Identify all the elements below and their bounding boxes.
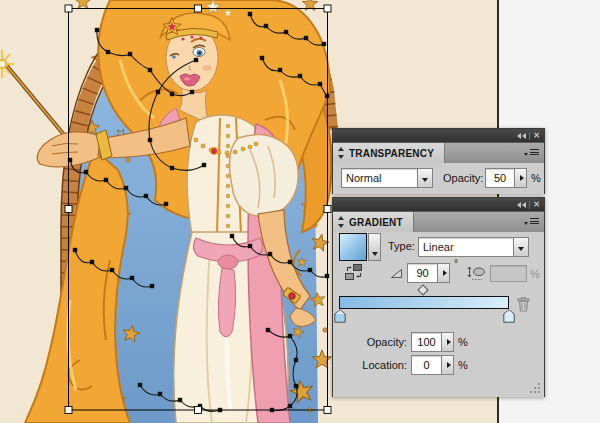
transparency-panel-content: Normal Opacity: %	[333, 163, 544, 194]
aspect-ratio-input	[490, 265, 527, 282]
stop-location-input[interactable]	[411, 355, 442, 375]
transparency-tabstrip: TRANSPARENCY	[333, 142, 544, 163]
panel-resize-grip[interactable]	[530, 383, 540, 393]
gradient-slider-bar[interactable]	[339, 296, 509, 309]
gradient-midpoint-marker[interactable]	[417, 284, 428, 295]
tab-gradient[interactable]: GRADIENT	[333, 212, 414, 232]
gradient-panel-titlebar[interactable]: ✕	[333, 198, 544, 211]
gradient-fill-swatch[interactable]	[339, 233, 367, 261]
selection-handle	[65, 407, 72, 414]
collapse-panels-icon[interactable]	[517, 133, 526, 139]
gradient-stop-left[interactable]	[334, 309, 346, 323]
transparency-panel-titlebar[interactable]: ✕	[333, 129, 544, 142]
blend-mode-value: Normal	[341, 168, 417, 188]
stop-location-spinner[interactable]	[442, 355, 454, 375]
selection-handle	[324, 206, 331, 213]
stop-location-unit: %	[458, 359, 468, 371]
aspect-ratio-icon	[467, 266, 487, 281]
stop-opacity-spinner[interactable]	[442, 332, 454, 352]
panel-minimize-icon[interactable]	[338, 217, 345, 227]
angle-icon	[390, 268, 403, 279]
delete-stop-trash-icon[interactable]	[516, 296, 531, 312]
type-label: Type:	[388, 240, 415, 252]
gradient-angle-input[interactable]	[407, 263, 438, 283]
opacity-spinner[interactable]	[515, 168, 527, 188]
workspace: ✕ TRANSPARENCY Normal Opacity: % ✕	[0, 0, 600, 423]
dropdown-arrow-icon[interactable]	[417, 168, 433, 188]
titlebar-separator	[529, 132, 530, 140]
gradient-swatch-dropdown-icon[interactable]	[368, 233, 381, 261]
gradient-stop-right[interactable]	[503, 309, 515, 323]
titlebar-separator	[529, 201, 530, 209]
selection-handle	[65, 5, 72, 12]
blend-mode-dropdown[interactable]: Normal	[341, 168, 433, 188]
tab-transparency[interactable]: TRANSPARENCY	[333, 143, 445, 163]
dropdown-arrow-icon[interactable]	[513, 237, 529, 257]
gradient-type-value: Linear	[418, 237, 513, 257]
selection-handle	[195, 5, 202, 12]
panel-flyout-menu-icon[interactable]	[524, 149, 539, 157]
close-panel-icon[interactable]: ✕	[533, 130, 540, 141]
gradient-panel-content: Type: Linear °	[333, 232, 544, 397]
gradient-panel-title: GRADIENT	[349, 217, 403, 228]
reverse-gradient-icon[interactable]	[345, 264, 363, 280]
aspect-ratio-unit: %	[530, 268, 540, 280]
transparency-panel: ✕ TRANSPARENCY Normal Opacity: %	[332, 128, 545, 194]
close-panel-icon[interactable]: ✕	[533, 199, 540, 210]
stop-opacity-label: Opacity:	[333, 336, 407, 348]
gradient-angle-spinner[interactable]	[438, 263, 450, 283]
stop-opacity-unit: %	[458, 336, 468, 348]
stop-location-label: Location:	[333, 359, 407, 371]
selection-handle	[65, 206, 72, 213]
selection-handle	[324, 407, 331, 414]
gradient-panel: ✕ GRADIENT Type: Linear	[332, 197, 545, 397]
opacity-input[interactable]	[485, 168, 515, 188]
transparency-panel-title: TRANSPARENCY	[349, 148, 434, 159]
stop-opacity-input[interactable]	[411, 332, 442, 352]
degree-unit: °	[454, 258, 458, 269]
gradient-type-dropdown[interactable]: Linear	[418, 237, 529, 257]
gradient-tabstrip: GRADIENT	[333, 211, 544, 232]
selection-handle	[195, 407, 202, 414]
opacity-label: Opacity:	[443, 172, 483, 184]
collapse-panels-icon[interactable]	[517, 202, 526, 208]
opacity-unit: %	[531, 172, 541, 184]
selection-handle	[324, 5, 331, 12]
panel-minimize-icon[interactable]	[338, 148, 345, 158]
panel-flyout-menu-icon[interactable]	[524, 218, 539, 226]
